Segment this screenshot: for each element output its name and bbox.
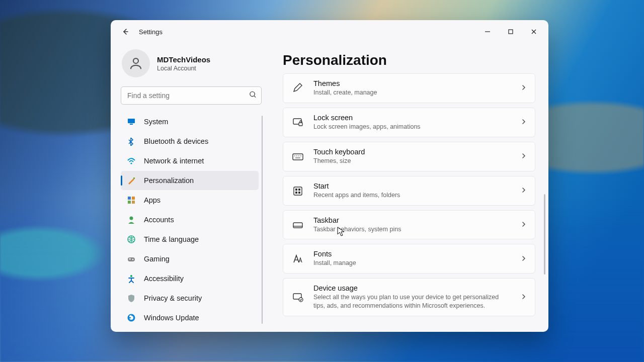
sidebar-item-accessibility[interactable]: Accessibility	[121, 269, 259, 288]
maximize-icon	[508, 29, 514, 35]
card-text: FontsInstall, manage	[313, 250, 512, 267]
page-title: Personalization	[283, 52, 535, 68]
profile-subtitle: Local Account	[157, 65, 210, 72]
sidebar-item-label: System	[144, 118, 168, 126]
sidebar-item-label: Bluetooth & devices	[144, 137, 208, 145]
svg-rect-31	[295, 189, 297, 191]
svg-rect-30	[294, 187, 302, 195]
svg-point-8	[130, 162, 132, 164]
sidebar-item-bluetooth-devices[interactable]: Bluetooth & devices	[121, 132, 259, 151]
avatar	[122, 49, 150, 77]
chevron-right-icon	[521, 83, 527, 93]
card-text: ThemesInstall, create, manage	[313, 79, 512, 97]
bluetooth-icon	[127, 137, 136, 146]
card-taskbar[interactable]: TaskbarTaskbar behaviors, system pins	[283, 210, 535, 240]
sidebar-item-label: Accounts	[144, 216, 174, 224]
svg-rect-24	[293, 154, 303, 160]
monitor-icon	[127, 117, 136, 126]
card-subtitle: Select all the ways you plan to use your…	[313, 293, 512, 310]
svg-rect-7	[130, 124, 133, 125]
svg-line-5	[254, 96, 256, 98]
card-themes[interactable]: ThemesInstall, create, manage	[283, 73, 535, 103]
update-icon	[127, 313, 136, 322]
svg-rect-16	[128, 257, 135, 261]
sidebar-item-privacy-security[interactable]: Privacy & security	[121, 289, 259, 308]
svg-rect-9	[133, 177, 135, 179]
close-icon	[531, 29, 537, 35]
minimize-icon	[485, 29, 491, 35]
svg-point-3	[133, 58, 138, 63]
svg-point-20	[130, 275, 132, 277]
card-title: Taskbar	[313, 216, 512, 224]
card-title: Lock screen	[313, 114, 512, 122]
search-icon	[249, 91, 257, 101]
wifi-icon	[127, 156, 136, 165]
search-input[interactable]	[121, 86, 262, 105]
sidebar-item-time-language[interactable]: Time & language	[121, 230, 259, 249]
close-button[interactable]	[522, 23, 545, 40]
sidebar-item-label: Windows Update	[144, 314, 199, 322]
sidebar: MDTechVideos Local Account SystemBluetoo…	[111, 43, 272, 332]
sidebar-item-label: Gaming	[144, 255, 170, 263]
chevron-right-icon	[521, 186, 527, 195]
sidebar-item-label: Privacy & security	[144, 294, 202, 302]
fonts-icon	[291, 253, 304, 264]
sidebar-item-apps[interactable]: Apps	[121, 191, 259, 210]
search-container	[121, 86, 262, 105]
gamepad-icon	[127, 254, 136, 263]
card-start[interactable]: StartRecent apps and items, folders	[283, 176, 535, 206]
maximize-button[interactable]	[499, 23, 522, 40]
chevron-right-icon	[521, 254, 527, 263]
taskbar-icon	[291, 219, 304, 230]
chevron-right-icon	[521, 152, 527, 161]
sidebar-item-label: Time & language	[144, 235, 199, 243]
grid-icon	[127, 196, 136, 205]
brush-icon	[127, 176, 136, 185]
svg-rect-35	[293, 223, 302, 228]
card-text: StartRecent apps and items, folders	[313, 182, 512, 200]
person-icon	[128, 56, 143, 71]
pencil-icon	[291, 82, 304, 94]
start-icon	[291, 185, 304, 196]
sidebar-item-windows-update[interactable]: Windows Update	[121, 308, 259, 327]
svg-point-17	[132, 259, 134, 260]
sidebar-item-network-internet[interactable]: Network & internet	[121, 151, 259, 170]
back-arrow-icon	[121, 28, 129, 36]
chevron-right-icon	[521, 293, 527, 302]
svg-rect-2	[509, 30, 513, 34]
card-touch-keyboard[interactable]: Touch keyboardThemes, size	[283, 142, 535, 171]
card-subtitle: Install, manage	[313, 259, 512, 267]
sidebar-item-label: Personalization	[144, 176, 194, 185]
device-check-icon	[291, 292, 304, 303]
minimize-button[interactable]	[476, 23, 499, 40]
card-subtitle: Recent apps and items, folders	[313, 191, 512, 200]
back-button[interactable]	[117, 23, 134, 40]
card-title: Fonts	[313, 250, 512, 258]
card-subtitle: Lock screen images, apps, animations	[313, 123, 512, 131]
chevron-right-icon	[521, 220, 527, 229]
svg-point-14	[130, 217, 133, 220]
main-panel: Personalization ThemesInstall, create, m…	[272, 43, 548, 332]
svg-rect-34	[298, 192, 300, 194]
svg-rect-19	[130, 258, 130, 260]
card-device-usage[interactable]: Device usageSelect all the ways you plan…	[283, 278, 535, 316]
card-title: Touch keyboard	[313, 148, 512, 156]
svg-rect-10	[128, 197, 131, 200]
card-fonts[interactable]: FontsInstall, manage	[283, 244, 535, 274]
svg-point-38	[299, 298, 303, 302]
lock-monitor-icon	[291, 117, 304, 128]
card-text: Touch keyboardThemes, size	[313, 148, 512, 165]
svg-rect-33	[295, 192, 297, 194]
card-lock-screen[interactable]: Lock screenLock screen images, apps, ani…	[283, 108, 535, 137]
chevron-right-icon	[521, 118, 527, 127]
profile-block[interactable]: MDTechVideos Local Account	[120, 45, 263, 86]
card-subtitle: Install, create, manage	[313, 88, 512, 97]
sidebar-item-gaming[interactable]: Gaming	[121, 249, 259, 268]
globe-icon	[127, 235, 136, 244]
personalization-cards: ThemesInstall, create, manageLock screen…	[283, 73, 535, 328]
sidebar-item-personalization[interactable]: Personalization	[121, 171, 259, 190]
sidebar-item-system[interactable]: System	[121, 112, 259, 131]
card-text: TaskbarTaskbar behaviors, system pins	[313, 216, 512, 234]
sidebar-item-accounts[interactable]: Accounts	[121, 210, 259, 229]
card-title: Start	[313, 182, 512, 190]
